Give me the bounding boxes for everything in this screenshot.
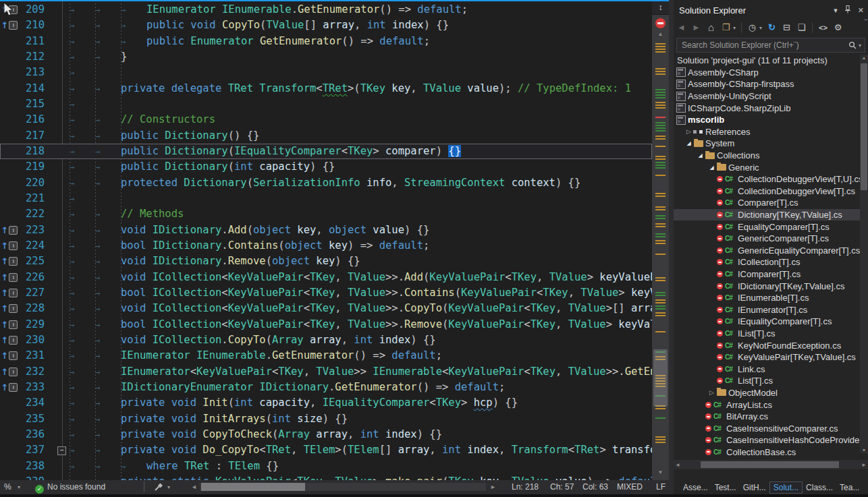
code-line[interactable]: 234→→private void Init(int capacity, IEq… (0, 395, 652, 411)
expander-open-icon[interactable]: ◢ (696, 152, 705, 158)
tree-item[interactable]: C#BitArray.cs (674, 411, 868, 423)
scroll-left-arrow[interactable]: ◄ (191, 484, 197, 490)
code-text[interactable]: →→private void Init(int capacity, IEqual… (70, 395, 652, 411)
line-number[interactable]: 234 (19, 395, 49, 411)
forward-icon[interactable]: ► (691, 22, 701, 33)
tree-item[interactable]: ICSharpCode.SharpZipLib (674, 102, 868, 114)
expander-open-icon[interactable]: ◢ (707, 165, 716, 171)
tree-item[interactable]: C#KeyNotFoundException.cs (674, 339, 868, 351)
line-position-status[interactable]: Ln: 218 (512, 482, 539, 492)
implements-override-glyph-icon[interactable]: ↑I (0, 301, 19, 316)
tree-item[interactable]: C#CaseInsensitiveHashCodeProvider.cs (674, 434, 868, 446)
code-line[interactable]: 217→→public Dictionary() {} (0, 128, 652, 144)
tree-item[interactable]: ◢System (674, 138, 868, 150)
panel-tab[interactable]: Class... (803, 482, 836, 493)
expander-closed-icon[interactable]: ▷ (684, 128, 693, 135)
code-line[interactable]: ↑I225→→void IDictionary.Remove(object ke… (0, 254, 652, 269)
line-number[interactable]: 217 (19, 128, 49, 144)
line-number[interactable]: 227 (19, 285, 49, 301)
implements-override-glyph-icon[interactable]: ↑I (0, 317, 19, 332)
tree-item[interactable]: C#KeyValuePair[TKey,TValue].cs (674, 351, 868, 363)
code-text[interactable]: →→bool ICollection<KeyValuePair<TKey, TV… (70, 285, 652, 301)
code-text[interactable]: →→private delegate TRet Transform<TRet>(… (70, 81, 652, 96)
tree-item[interactable]: C#IList[T].cs (674, 328, 868, 340)
code-text[interactable]: →→void ICollection<KeyValuePair<TKey, TV… (70, 301, 652, 316)
line-number[interactable]: 213 (19, 65, 49, 80)
pending-changes-filter-icon[interactable]: ◷ (747, 22, 757, 33)
tree-item[interactable]: C#EqualityComparer[T].cs (674, 221, 868, 233)
code-line[interactable]: ↑I230→→void ICollection.CopyTo(Array arr… (0, 332, 652, 348)
brush-caret-icon[interactable]: ▾ (167, 484, 170, 490)
line-number[interactable]: 220 (19, 175, 49, 191)
line-number[interactable]: 209 (19, 2, 49, 18)
scroll-up-arrow[interactable]: ▲ (860, 55, 868, 60)
collapse-all-icon[interactable]: ⊟ (782, 22, 792, 33)
tree-item[interactable]: ▷References (674, 126, 868, 138)
code-line[interactable]: 216→→// Constructors (0, 112, 652, 127)
line-number[interactable]: 232 (19, 364, 49, 380)
code-line[interactable]: 237−→→private void Do_CopyTo<TRet, TElem… (0, 442, 652, 458)
code-text[interactable]: →→→public void CopyTo(TValue[] array, in… (70, 18, 652, 33)
line-number[interactable]: 218 (19, 144, 49, 159)
switch-views-icon[interactable]: ❐ (721, 22, 731, 33)
code-text[interactable]: → (70, 191, 652, 206)
code-line[interactable]: 220→→protected Dictionary(SerializationI… (0, 175, 652, 191)
line-number[interactable]: 237 (19, 442, 49, 458)
code-text[interactable]: →→→where TRet : TElem {} (70, 459, 652, 474)
tree-item[interactable]: C#IDictionary[TKey,TValue].cs (674, 280, 868, 292)
fold-collapse-box[interactable]: − (49, 442, 70, 458)
code-text[interactable]: →→private static KeyValuePair<TKey, TVal… (70, 474, 652, 480)
indent-mode-status[interactable]: MIXED (617, 482, 643, 492)
code-text[interactable]: →→public Dictionary(IEqualityComparer<TK… (70, 144, 652, 159)
scrollbar-thumb[interactable] (653, 349, 668, 407)
pin-icon[interactable] (844, 5, 851, 15)
tree-vertical-scrollbar[interactable]: ▲ ▼ (860, 55, 868, 453)
refresh-icon[interactable]: ↻ (767, 22, 777, 33)
line-number[interactable]: 212 (19, 49, 49, 65)
code-line[interactable]: 238→→→where TRet : TElem {} (0, 459, 652, 474)
code-text[interactable]: →→void IDictionary.Remove(object key) {} (70, 254, 652, 269)
code-text[interactable]: →→IEnumerator<KeyValuePair<TKey, TValue>… (70, 364, 652, 380)
implements-override-glyph-icon[interactable]: ↑I (0, 223, 19, 238)
code-text[interactable]: → (70, 65, 652, 80)
line-number[interactable]: 228 (19, 301, 49, 316)
line-number[interactable]: 230 (19, 332, 49, 348)
window-position-icon[interactable]: ▾ (834, 6, 838, 15)
line-number[interactable]: 233 (19, 380, 49, 395)
panel-tab[interactable]: GitH... (740, 482, 769, 493)
code-text[interactable]: →→bool ICollection<KeyValuePair<TKey, TV… (70, 317, 652, 332)
filter-caret-icon[interactable]: ▾ (759, 25, 762, 31)
code-text[interactable]: →→} (70, 49, 652, 65)
tree-item[interactable]: C#IEqualityComparer[T].cs (674, 316, 868, 328)
tree-item[interactable]: ▷ObjectModel (674, 387, 868, 399)
code-text[interactable]: →→protected Dictionary(SerializationInfo… (70, 175, 652, 191)
panel-tab-active[interactable]: Solut... (769, 481, 803, 494)
code-line[interactable]: ↑I233→→IDictionaryEnumerator IDictionary… (0, 380, 652, 395)
code-text[interactable]: →→bool IDictionary.Contains(object key) … (70, 238, 652, 254)
line-number[interactable]: 219 (19, 159, 49, 175)
code-line[interactable]: ↑I231→→IEnumerator IEnumerable.GetEnumer… (0, 348, 652, 363)
code-text[interactable]: →→// Constructors (70, 112, 652, 127)
search-options-caret-icon[interactable]: ▾ (859, 42, 861, 49)
view-code-icon[interactable]: <> (818, 22, 828, 33)
line-number[interactable]: 236 (19, 427, 49, 442)
pane-splitter[interactable] (669, 0, 674, 480)
line-number[interactable]: 210 (19, 18, 49, 33)
code-text[interactable]: →→// Methods (70, 206, 652, 222)
code-line[interactable]: 214→→private delegate TRet Transform<TRe… (0, 81, 652, 96)
code-text[interactable]: →→private void CopyToCheck(Array array, … (70, 427, 652, 442)
close-icon[interactable]: ✕ (858, 6, 864, 15)
tree-item[interactable]: ◢Generic (674, 161, 868, 173)
tree-item[interactable]: C#GenericComparer[T].cs (674, 233, 868, 245)
line-number[interactable]: 216 (19, 112, 49, 127)
tree-item[interactable]: C#Comparer[T].cs (674, 197, 868, 209)
line-number[interactable]: 222 (19, 206, 49, 222)
tree-item[interactable]: C#CollectionDebuggerView[T].cs (674, 185, 868, 198)
tree-item[interactable]: ◢Collections (674, 150, 868, 162)
tree-item[interactable]: C#IComparer[T].cs (674, 268, 868, 281)
code-line[interactable]: 239→→private static KeyValuePair<TKey, T… (0, 474, 652, 480)
scrollbar-thumb[interactable] (701, 461, 839, 468)
tree-item[interactable]: Solution 'project-gui' (11 of 11 project… (674, 55, 868, 67)
implements-override-glyph-icon[interactable]: ↑I (0, 332, 19, 348)
tree-item[interactable]: C#CollectionDebuggerView[T,U].cs (674, 173, 868, 185)
